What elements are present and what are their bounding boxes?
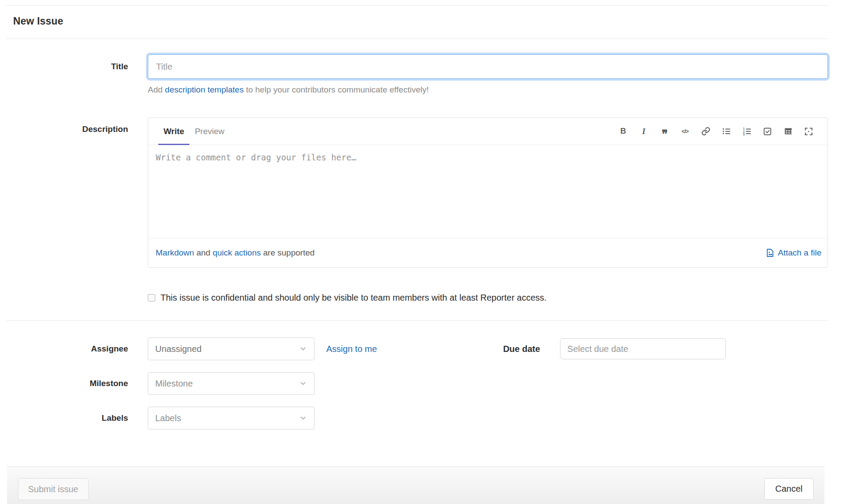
help-prefix: Add bbox=[148, 85, 165, 94]
title-row: Title bbox=[0, 54, 828, 79]
table-icon[interactable] bbox=[782, 126, 794, 137]
description-label: Description bbox=[0, 117, 128, 268]
section-divider bbox=[6, 320, 828, 321]
assign-to-me-link[interactable]: Assign to me bbox=[326, 344, 377, 354]
link-icon[interactable] bbox=[700, 126, 711, 137]
chevron-down-icon bbox=[299, 380, 307, 387]
assignee-row: Assignee Unassigned Assign to me Due dat… bbox=[0, 337, 828, 360]
quote-icon[interactable]: ❞ bbox=[659, 126, 670, 137]
bullet-list-icon[interactable] bbox=[721, 126, 732, 137]
tab-preview[interactable]: Preview bbox=[189, 118, 230, 145]
tab-write[interactable]: Write bbox=[158, 118, 189, 145]
fullscreen-icon[interactable] bbox=[803, 126, 814, 137]
markdown-support-text: Markdown and quick actions are supported bbox=[156, 248, 314, 258]
assignee-dropdown[interactable]: Unassigned bbox=[148, 337, 314, 360]
confidential-row: This issue is confidential and should on… bbox=[0, 293, 828, 303]
milestone-value: Milestone bbox=[155, 379, 193, 389]
task-list-icon[interactable] bbox=[762, 126, 773, 137]
confidential-checkbox[interactable] bbox=[148, 294, 155, 302]
page-title: New Issue bbox=[13, 15, 814, 27]
title-label: Title bbox=[0, 62, 128, 71]
code-icon[interactable]: </> bbox=[679, 126, 691, 137]
description-templates-link[interactable]: description templates bbox=[165, 85, 244, 94]
footer-suffix: are supported bbox=[261, 248, 315, 257]
editor-footer: Markdown and quick actions are supported… bbox=[148, 238, 828, 267]
markdown-editor: Write Preview B I ❞ </> bbox=[148, 117, 828, 268]
editor-toolbar: B I ❞ </> bbox=[617, 118, 814, 145]
confidential-label: This issue is confidential and should on… bbox=[161, 293, 546, 303]
submit-issue-button[interactable]: Submit issue bbox=[18, 478, 89, 500]
assignee-value: Unassigned bbox=[155, 344, 202, 354]
assignee-label: Assignee bbox=[0, 344, 128, 354]
page-header: New Issue bbox=[6, 6, 828, 39]
svg-text:3: 3 bbox=[743, 133, 745, 136]
footer-and: and bbox=[194, 248, 213, 257]
numbered-list-icon[interactable]: 1 2 3 bbox=[741, 126, 753, 137]
labels-value: Labels bbox=[155, 413, 181, 423]
labels-dropdown[interactable]: Labels bbox=[148, 407, 314, 429]
labels-row: Labels Labels bbox=[0, 407, 828, 429]
editor-tab-bar: Write Preview B I ❞ </> bbox=[148, 118, 828, 145]
attach-file-label: Attach a file bbox=[778, 248, 821, 258]
title-input[interactable] bbox=[148, 54, 828, 79]
new-issue-form: Title Add description templates to help … bbox=[0, 54, 842, 429]
due-date-label: Due date bbox=[377, 344, 540, 354]
markdown-link[interactable]: Markdown bbox=[156, 248, 194, 257]
title-help-text: Add description templates to help your c… bbox=[148, 85, 828, 95]
chevron-down-icon bbox=[299, 345, 307, 353]
issue-meta-fields: Assignee Unassigned Assign to me Due dat… bbox=[0, 337, 828, 429]
description-row: Description Write Preview B I ❞ </> bbox=[0, 117, 828, 268]
bold-icon[interactable]: B bbox=[617, 126, 629, 137]
attach-file-button[interactable]: Attach a file bbox=[765, 248, 821, 258]
milestone-row: Milestone Milestone bbox=[0, 372, 828, 395]
cancel-button[interactable]: Cancel bbox=[764, 478, 813, 500]
description-textarea[interactable] bbox=[148, 145, 828, 238]
help-suffix: to help your contributors communicate ef… bbox=[244, 85, 429, 94]
milestone-dropdown[interactable]: Milestone bbox=[148, 372, 314, 395]
attach-file-icon bbox=[765, 248, 775, 258]
form-actions-footer: Submit issue Cancel bbox=[7, 466, 824, 504]
due-date-input[interactable] bbox=[560, 338, 726, 359]
labels-label: Labels bbox=[0, 413, 128, 423]
quick-actions-link[interactable]: quick actions bbox=[213, 248, 261, 257]
chevron-down-icon bbox=[299, 414, 307, 422]
italic-icon[interactable]: I bbox=[638, 126, 649, 137]
milestone-label: Milestone bbox=[0, 379, 128, 388]
